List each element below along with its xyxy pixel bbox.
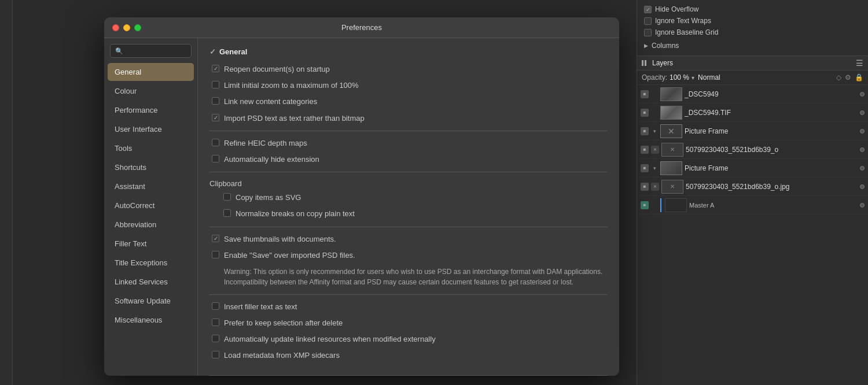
pref-row-link[interactable]: Link new content categories (209, 97, 608, 107)
layer-visibility-dot[interactable] (860, 147, 865, 152)
sidebar-item-performance[interactable]: Performance (108, 101, 194, 119)
sidebar-item-software-update[interactable]: Software Update (108, 292, 194, 310)
layer-type-icon: ■ (641, 201, 649, 209)
layer-item[interactable]: ■ _DSC5949.TIF (637, 103, 868, 122)
layers-menu-icon[interactable]: ☰ (856, 58, 863, 68)
layer-placeholder-icon: ✕ (670, 146, 675, 153)
sidebar-item-user-interface[interactable]: User Interface (108, 120, 194, 138)
layers-panel: Layers ☰ Opacity: 100 % ▾ Normal ◇ ⚙ 🔒 ■… (637, 56, 868, 385)
pref-row-normalize[interactable]: Normalize breaks on copy plain text (221, 209, 608, 219)
ignore-text-wraps-row[interactable]: Ignore Text Wraps (644, 15, 861, 27)
layer-item[interactable]: ■ _DSC5949 (637, 85, 868, 103)
pref-row-metadata[interactable]: Load metadata from XMP sidecars (209, 350, 608, 361)
opacity-diamond-icon[interactable]: ◇ (836, 73, 841, 82)
pref-checkbox-prefer-keep[interactable] (212, 319, 219, 326)
sidebar-item-general[interactable]: General (108, 63, 194, 81)
pref-row-svg[interactable]: Copy items as SVG (221, 192, 608, 203)
columns-row[interactable]: ▶ Columns (644, 38, 861, 52)
sidebar-search[interactable]: 🔍 (110, 44, 192, 58)
pref-checkbox-thumbnails[interactable]: ✓ (212, 235, 219, 242)
layer-visibility-dot[interactable] (860, 184, 865, 189)
pref-row-prefer-keep[interactable]: Prefer to keep selection after delete (209, 318, 608, 328)
modal-body: 🔍 General Colour Performance User Interf… (104, 38, 619, 376)
layer-name: _DSC5949.TIF (685, 109, 858, 117)
sidebar-item-colour[interactable]: Colour (108, 82, 194, 100)
search-icon: 🔍 (115, 47, 123, 55)
pause-bar-1 (642, 60, 643, 66)
layer-expand-icon[interactable]: ▾ (651, 128, 658, 135)
opacity-gear-icon[interactable]: ⚙ (845, 73, 851, 82)
pref-checkbox-svg[interactable] (223, 193, 231, 201)
ignore-baseline-row[interactable]: Ignore Baseline Grid (644, 27, 861, 38)
pref-row-enable-save[interactable]: Enable "Save" over imported PSD files. (209, 250, 608, 261)
pref-checkbox-zoom[interactable] (212, 81, 219, 88)
search-input[interactable] (126, 47, 186, 55)
pref-row-heic[interactable]: Refine HEIC depth maps (209, 138, 608, 149)
opacity-dropdown-icon[interactable]: ▾ (692, 75, 694, 81)
layer-expand-icon (651, 109, 658, 116)
pref-label-hide-ext: Automatically hide extension (224, 154, 319, 165)
layer-thumbnail (660, 106, 682, 120)
sidebar-item-linked-services[interactable]: Linked Services (108, 273, 194, 291)
layer-thumbnail (660, 161, 682, 175)
sidebar-item-abbreviation[interactable]: Abbreviation (108, 216, 194, 234)
opacity-lock-icon[interactable]: 🔒 (855, 73, 863, 82)
pref-checkbox-heic[interactable] (212, 139, 219, 146)
ignore-text-wraps-checkbox[interactable] (644, 17, 652, 25)
maximize-button[interactable] (134, 24, 141, 31)
pref-row-hide-ext[interactable]: Automatically hide extension (209, 154, 608, 165)
layer-item[interactable]: ■ ▾ Picture Frame (637, 159, 868, 177)
opacity-value[interactable]: 100 % (670, 73, 689, 82)
minimize-button[interactable] (123, 24, 130, 31)
ignore-baseline-checkbox[interactable] (644, 29, 652, 36)
layer-visibility-dot[interactable] (860, 166, 865, 171)
pref-row-reopen[interactable]: ✓ Reopen document(s) on startup (209, 64, 608, 75)
sidebar-item-filler-text[interactable]: Filler Text (108, 235, 194, 253)
sidebar-item-assistant[interactable]: Assistant (108, 177, 194, 195)
sidebar-item-autocorrect[interactable]: AutoCorrect (108, 197, 194, 214)
frame-x-icon: ✕ (668, 127, 675, 136)
layer-visibility-dot[interactable] (860, 203, 865, 208)
pref-row-filler[interactable]: Insert filler text as text (209, 302, 608, 312)
sidebar-item-miscellaneous[interactable]: Miscellaneous (108, 311, 194, 329)
layers-tab-label[interactable]: Layers (652, 59, 673, 67)
layer-expand-icon[interactable]: ▾ (651, 165, 658, 172)
pref-checkbox-link[interactable] (212, 97, 219, 105)
pref-checkbox-hide-ext[interactable] (212, 155, 219, 162)
hide-overflow-row[interactable]: ✓ Hide Overflow (644, 3, 861, 15)
section-check-icon: ✓ (209, 47, 216, 56)
opacity-mode[interactable]: Normal (698, 73, 720, 82)
pref-checkbox-metadata[interactable] (212, 351, 219, 358)
layer-visibility-dot[interactable] (860, 92, 865, 97)
pref-row-auto-update[interactable]: Automatically update linked resources wh… (209, 334, 608, 345)
pref-checkbox-enable-save[interactable] (212, 251, 219, 258)
pref-checkbox-normalize[interactable] (223, 209, 231, 217)
layer-item[interactable]: ■ ✕ ✕ 50799230403_5521bd6b39_o.jpg (637, 177, 868, 196)
layer-item[interactable]: ■ ✕ ✕ 50799230403_5521bd6b39_o (637, 140, 868, 159)
pref-checkbox-psd[interactable]: ✓ (212, 114, 219, 121)
pref-row-psd[interactable]: ✓ Import PSD text as text rather than bi… (209, 113, 608, 124)
pref-label-link: Link new content categories (224, 97, 317, 107)
layer-name: 50799230403_5521bd6b39_o (686, 146, 858, 154)
pref-label-svg: Copy items as SVG (236, 192, 301, 203)
pref-checkbox-reopen[interactable]: ✓ (212, 65, 219, 72)
sidebar-item-title-exceptions[interactable]: Title Exceptions (108, 254, 194, 272)
pref-row-thumbnails[interactable]: ✓ Save thumbnails with documents. (209, 234, 608, 245)
close-button[interactable] (112, 24, 119, 31)
layer-visibility-dot[interactable] (860, 110, 865, 115)
layer-type-icon: ■ (641, 109, 649, 117)
pref-label-heic: Refine HEIC depth maps (224, 138, 307, 149)
layer-item[interactable]: ■ Master A (637, 196, 868, 214)
pref-checkbox-filler[interactable] (212, 302, 219, 310)
divider (209, 131, 608, 131)
layer-thumbnail (665, 198, 687, 212)
hide-overflow-checkbox[interactable]: ✓ (644, 6, 652, 13)
layer-item[interactable]: ■ ▾ ✕ Picture Frame (637, 122, 868, 140)
sidebar-item-tools[interactable]: Tools (108, 139, 194, 157)
sidebar-item-shortcuts[interactable]: Shortcuts (108, 158, 194, 176)
preferences-modal: Preferences 🔍 General Colour Performance… (104, 17, 619, 376)
section-header: ✓ General (209, 47, 608, 56)
layer-visibility-dot[interactable] (860, 129, 865, 134)
pref-row-zoom[interactable]: Limit initial zoom to a maximum of 100% (209, 80, 608, 91)
pref-checkbox-auto-update[interactable] (212, 335, 219, 342)
